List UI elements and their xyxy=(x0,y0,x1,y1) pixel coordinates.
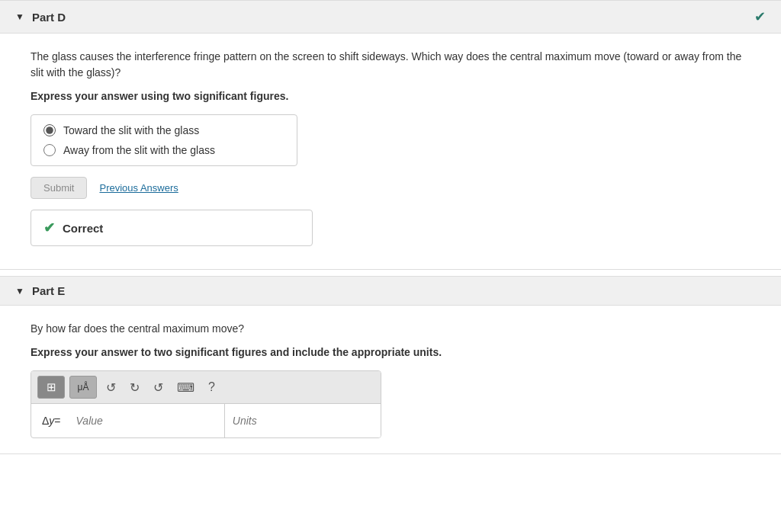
previous-answers-link[interactable]: Previous Answers xyxy=(99,182,178,194)
math-input-row: Δy = xyxy=(31,404,381,437)
refresh-button[interactable]: ↺ xyxy=(149,376,168,399)
grid-icon: ⊞ xyxy=(47,380,56,394)
delta-label: Δy = xyxy=(31,404,69,437)
keyboard-button[interactable]: ⌨ xyxy=(172,376,199,399)
radio-away[interactable] xyxy=(43,144,56,156)
correct-check-icon: ✔ xyxy=(43,220,55,236)
undo-icon: ↺ xyxy=(106,380,116,395)
help-icon: ? xyxy=(208,380,215,394)
refresh-icon: ↺ xyxy=(153,380,163,395)
part-d-question: The glass causes the interference fringe… xyxy=(31,49,750,81)
part-e-instruction: Express your answer to two significant f… xyxy=(31,346,750,358)
part-d-content: The glass causes the interference fringe… xyxy=(0,34,781,269)
redo-button[interactable]: ↻ xyxy=(125,376,144,399)
units-input[interactable] xyxy=(225,404,381,437)
part-e-question: By how far does the central maximum move… xyxy=(31,321,750,337)
part-d-header[interactable]: ▼ Part D ✔ xyxy=(0,1,781,34)
part-d-header-left: ▼ Part D xyxy=(15,11,66,24)
math-toolbar: ⊞ μÅ ↺ ↻ ↺ ⌨ ? xyxy=(31,371,381,404)
option-away-label: Away from the slit with the glass xyxy=(63,144,215,156)
option-away[interactable]: Away from the slit with the glass xyxy=(43,144,284,156)
correct-label: Correct xyxy=(63,222,103,235)
part-d-check-icon: ✔ xyxy=(754,8,766,25)
redo-icon: ↻ xyxy=(130,380,140,395)
part-e-content: By how far does the central maximum move… xyxy=(0,306,781,453)
undo-button[interactable]: ↺ xyxy=(101,376,121,399)
option-toward-label: Toward the slit with the glass xyxy=(63,124,199,136)
grid-toolbar-button[interactable]: ⊞ xyxy=(37,376,65,399)
part-e-section: ▼ Part E By how far does the central max… xyxy=(0,276,781,454)
part-e-title: Part E xyxy=(32,284,65,297)
option-toward[interactable]: Toward the slit with the glass xyxy=(43,124,284,136)
part-d-button-row: Submit Previous Answers xyxy=(31,177,750,199)
part-d-answer-box: Toward the slit with the glass Away from… xyxy=(31,114,297,166)
math-input-container: ⊞ μÅ ↺ ↻ ↺ ⌨ ? xyxy=(31,370,381,438)
mu-toolbar-button[interactable]: μÅ xyxy=(69,376,97,399)
part-d-title: Part D xyxy=(32,11,66,24)
correct-box: ✔ Correct xyxy=(31,210,313,246)
submit-button[interactable]: Submit xyxy=(31,177,87,199)
radio-toward[interactable] xyxy=(43,124,56,136)
mu-icon: μÅ xyxy=(78,382,89,393)
value-input[interactable] xyxy=(69,404,225,437)
part-d-section: ▼ Part D ✔ The glass causes the interfer… xyxy=(0,0,781,270)
part-e-header-left: ▼ Part E xyxy=(15,284,65,297)
chevron-down-icon-e: ▼ xyxy=(15,286,24,296)
chevron-down-icon: ▼ xyxy=(15,11,24,22)
help-button[interactable]: ? xyxy=(204,376,220,399)
part-d-instruction: Express your answer using two significan… xyxy=(31,90,750,102)
part-e-header[interactable]: ▼ Part E xyxy=(0,277,781,306)
keyboard-icon: ⌨ xyxy=(177,380,194,395)
